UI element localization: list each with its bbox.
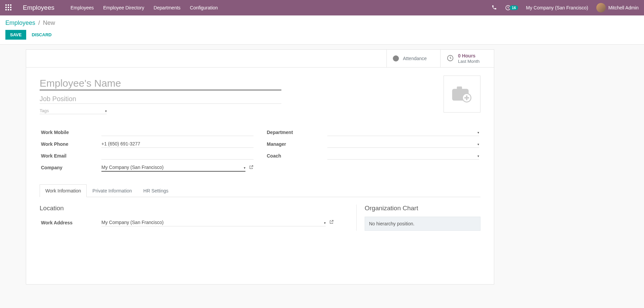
activity-icon[interactable]: 16 <box>505 5 518 11</box>
work-address-select[interactable] <box>101 219 326 226</box>
chevron-down-icon[interactable] <box>477 129 479 135</box>
user-name: Mitchell Admin <box>608 5 639 10</box>
nav-configuration[interactable]: Configuration <box>190 5 218 10</box>
photo-upload[interactable] <box>444 76 480 113</box>
external-link-icon[interactable] <box>249 165 254 171</box>
company-select[interactable] <box>101 164 245 172</box>
nav-departments[interactable]: Departments <box>153 5 180 10</box>
org-chart-message: No hierarchy position. <box>365 217 480 231</box>
tags-field[interactable] <box>40 108 107 114</box>
form-sheet: Attendance 0 Hours Last Month <box>26 49 494 284</box>
company-switcher[interactable]: My Company (San Francisco) <box>526 5 588 10</box>
company-input[interactable] <box>101 164 244 171</box>
avatar <box>596 3 606 12</box>
control-panel: Employees / New SAVE DISCARD <box>0 15 644 45</box>
location-heading: Location <box>40 205 348 212</box>
chevron-down-icon[interactable] <box>324 220 326 225</box>
phone-icon[interactable] <box>492 5 497 11</box>
work-address-input[interactable] <box>101 219 324 226</box>
work-email-input[interactable] <box>101 152 254 160</box>
attendance-dot-icon <box>393 55 399 61</box>
breadcrumb-root[interactable]: Employees <box>5 19 35 26</box>
external-link-icon[interactable] <box>329 220 334 225</box>
work-address-label: Work Address <box>40 217 100 228</box>
attendance-stat[interactable]: Attendance <box>386 50 440 67</box>
chevron-down-icon[interactable] <box>477 141 479 146</box>
tab-work-information[interactable]: Work Information <box>40 184 87 197</box>
clock-icon <box>447 54 454 63</box>
coach-label: Coach <box>266 150 326 162</box>
nav-employee-directory[interactable]: Employee Directory <box>103 5 144 10</box>
tab-private-information[interactable]: Private Information <box>87 184 138 197</box>
work-mobile-label: Work Mobile <box>40 126 100 138</box>
manager-select[interactable] <box>327 140 479 148</box>
hours-stat[interactable]: 0 Hours Last Month <box>440 50 494 67</box>
department-input[interactable] <box>327 128 478 136</box>
stat-buttons: Attendance 0 Hours Last Month <box>26 50 494 68</box>
hours-sub: Last Month <box>458 59 479 64</box>
chevron-down-icon[interactable] <box>244 165 245 170</box>
tab-hr-settings[interactable]: HR Settings <box>138 184 174 197</box>
coach-input[interactable] <box>327 152 478 159</box>
department-label: Department <box>266 126 326 138</box>
tabs: Work Information Private Information HR … <box>40 184 480 197</box>
user-menu[interactable]: Mitchell Admin <box>596 3 639 12</box>
chevron-down-icon[interactable] <box>105 108 107 113</box>
work-email-label: Work Email <box>40 150 100 162</box>
work-phone-input[interactable] <box>101 140 254 148</box>
manager-label: Manager <box>266 138 326 150</box>
job-position-input[interactable] <box>40 92 281 104</box>
svg-rect-3 <box>457 87 462 90</box>
discard-button[interactable]: DISCARD <box>32 32 51 37</box>
org-chart-heading: Organization Chart <box>365 205 480 212</box>
breadcrumb: Employees / New <box>5 19 639 27</box>
company-label: Company <box>40 162 100 174</box>
topbar: Employees Employees Employee Directory D… <box>0 0 644 15</box>
breadcrumb-current: New <box>43 19 55 26</box>
svg-rect-7 <box>464 97 469 98</box>
app-brand: Employees <box>23 4 54 11</box>
nav-menu: Employees Employee Directory Departments… <box>71 5 218 10</box>
chevron-down-icon[interactable] <box>477 153 479 158</box>
employee-name-input[interactable] <box>40 76 281 90</box>
attendance-label: Attendance <box>403 56 427 61</box>
work-mobile-input[interactable] <box>101 128 254 136</box>
notification-badge: 16 <box>510 5 518 10</box>
department-select[interactable] <box>327 128 479 136</box>
save-button[interactable]: SAVE <box>5 30 26 40</box>
work-phone-label: Work Phone <box>40 138 100 150</box>
manager-input[interactable] <box>327 140 478 147</box>
tags-input[interactable] <box>40 108 105 113</box>
coach-select[interactable] <box>327 152 479 160</box>
nav-employees[interactable]: Employees <box>71 5 94 10</box>
apps-icon[interactable] <box>5 4 12 11</box>
breadcrumb-separator: / <box>38 19 40 26</box>
hours-value: 0 Hours <box>458 53 479 59</box>
